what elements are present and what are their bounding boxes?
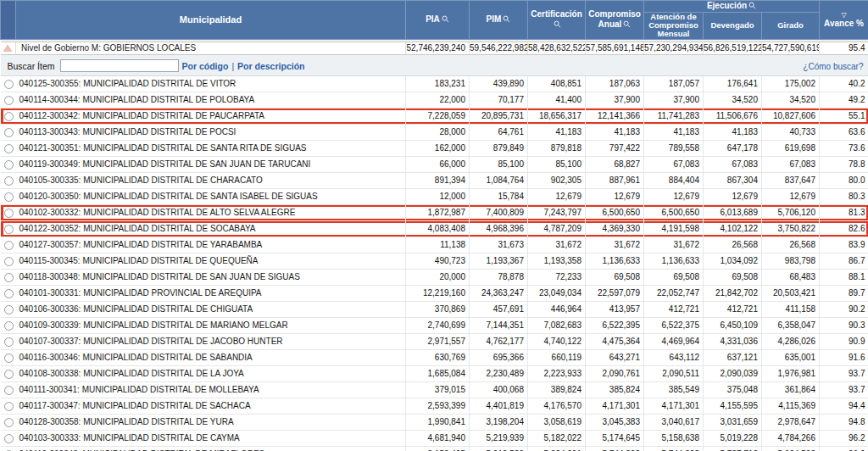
- municipality-label: 040116-300346: MUNICIPALIDAD DISTRITAL D…: [16, 349, 406, 365]
- atencion-compromiso-mensual-value: 69,508: [644, 269, 704, 285]
- certificacion-value: 31,672: [528, 237, 586, 253]
- devengado-value: 1,034,092: [704, 253, 762, 269]
- compromiso-anual-value: 887,961: [586, 172, 644, 188]
- row-radio-button[interactable]: [4, 273, 14, 282]
- row-radio-button[interactable]: [4, 354, 14, 363]
- municipality-label: 040110-300340: MUNICIPALIDAD DISTRITAL D…: [16, 446, 406, 451]
- row-radio-button[interactable]: [4, 128, 14, 137]
- avance-value: 73.6: [820, 140, 868, 156]
- atencion-compromiso-mensual-value: 187,057: [644, 75, 704, 92]
- column-header-pia[interactable]: PIA: [406, 1, 470, 40]
- search-input[interactable]: [60, 59, 179, 72]
- certificacion-value: 5,824,991: [528, 446, 586, 451]
- row-radio-button[interactable]: [4, 386, 14, 395]
- avance-value: 90.9: [820, 333, 868, 349]
- row-radio-button[interactable]: [4, 144, 14, 153]
- row-radio-button[interactable]: [4, 112, 14, 121]
- row-radio-button[interactable]: [4, 337, 14, 347]
- search-by-code-link[interactable]: Por código: [182, 61, 229, 71]
- table-row: 040118-300348: MUNICIPALIDAD DISTRITAL D…: [1, 269, 868, 285]
- pim-value: 85,100: [470, 156, 528, 172]
- pim-value: 24,363,247: [470, 285, 528, 301]
- column-header-pim[interactable]: PIM: [470, 1, 528, 40]
- table-row: 040107-300337: MUNICIPALIDAD DISTRITAL D…: [1, 333, 868, 349]
- row-radio-button[interactable]: [4, 176, 14, 186]
- triangle-up-icon[interactable]: [1, 42, 16, 54]
- pia-value: 2,971,557: [406, 333, 470, 349]
- search-icon[interactable]: [503, 15, 510, 25]
- girado-value: 34,520: [762, 92, 820, 108]
- avance-value: 83.9: [820, 237, 868, 253]
- avance-value: 91.6: [820, 349, 868, 365]
- column-header-atencion-compromiso-mensual: Atención de Compromiso Mensual: [644, 12, 704, 39]
- devengado-value: 637,121: [704, 349, 762, 365]
- search-by-description-link[interactable]: Por descripción: [237, 61, 304, 71]
- column-header-municipalidad: Municipalidad: [16, 1, 406, 40]
- girado-value: 10,827,606: [762, 108, 820, 124]
- avance-value: 90.3: [820, 317, 868, 333]
- search-icon[interactable]: [442, 15, 449, 25]
- pim-value: 64,761: [470, 124, 528, 140]
- radio-cell: [1, 156, 16, 172]
- radio-cell: [1, 140, 16, 156]
- certificacion-value: 7,243,797: [528, 204, 586, 220]
- table-row: 040109-300339: MUNICIPALIDAD DISTRITAL D…: [1, 317, 868, 333]
- municipality-label: 040103-300333: MUNICIPALIDAD DISTRITAL D…: [16, 430, 406, 446]
- row-radio-button[interactable]: [4, 305, 14, 315]
- search-icon[interactable]: [554, 20, 561, 31]
- girado-value: 411,158: [762, 301, 820, 317]
- atencion-compromiso-mensual-value: 67,083: [644, 156, 704, 172]
- atencion-compromiso-mensual-value: 6,522,375: [644, 317, 704, 333]
- column-header-girado: Girado: [762, 12, 820, 39]
- atencion-compromiso-mensual-value: 5,158,638: [644, 430, 704, 446]
- atencion-compromiso-mensual-value: 5,744,822: [644, 446, 704, 451]
- pim-value: 879,849: [470, 140, 528, 156]
- search-icon[interactable]: [748, 2, 756, 12]
- avance-value: 55.1: [820, 108, 868, 124]
- certificacion-value: 2,223,933: [528, 365, 586, 381]
- table-row: 040116-300346: MUNICIPALIDAD DISTRITAL D…: [1, 349, 868, 365]
- row-radio-button[interactable]: [4, 321, 14, 331]
- row-radio-button[interactable]: [4, 96, 14, 105]
- row-radio-button[interactable]: [4, 209, 14, 218]
- pim-value: 457,691: [470, 301, 528, 317]
- certificacion-value: 3,058,619: [528, 414, 586, 430]
- radio-cell: [1, 253, 16, 269]
- avance-value: 89.7: [820, 285, 868, 301]
- row-radio-button[interactable]: [4, 289, 14, 298]
- radio-cell: [1, 75, 16, 92]
- row-radio-button[interactable]: [4, 402, 14, 411]
- pim-value: 4,762,177: [470, 333, 528, 349]
- row-radio-button[interactable]: [4, 225, 14, 234]
- radio-cell: [1, 124, 16, 140]
- municipality-label: 040127-300357: MUNICIPALIDAD DISTRITAL D…: [16, 237, 406, 253]
- row-radio-button[interactable]: [4, 241, 14, 250]
- municipality-label: 040112-300342: MUNICIPALIDAD DISTRITAL D…: [16, 108, 406, 124]
- row-radio-button[interactable]: [4, 160, 14, 170]
- compromiso-anual-value: 12,679: [586, 188, 644, 204]
- row-radio-button[interactable]: [4, 418, 14, 427]
- column-header-ejecucion[interactable]: Ejecución: [644, 1, 820, 13]
- column-header-avance[interactable]: ▽ Avance %: [820, 1, 868, 40]
- devengado-value: 4,155,595: [704, 398, 762, 414]
- municipality-label: 040125-300355: MUNICIPALIDAD DISTRITAL D…: [16, 75, 406, 92]
- pia-value: 183,231: [406, 75, 470, 92]
- row-radio-button[interactable]: [4, 80, 14, 89]
- devengado-value: 2,090,039: [704, 365, 762, 381]
- municipality-label: 040108-300338: MUNICIPALIDAD DISTRITAL D…: [16, 365, 406, 381]
- filter-icon[interactable]: ▽: [820, 12, 868, 19]
- column-header-certificacion[interactable]: Certificación: [528, 1, 586, 40]
- table-row: 040121-300351: MUNICIPALIDAD DISTRITAL D…: [1, 140, 868, 156]
- row-radio-button[interactable]: [4, 370, 14, 379]
- search-icon[interactable]: [623, 20, 631, 31]
- radio-cell: [1, 349, 16, 365]
- row-radio-button[interactable]: [4, 257, 14, 266]
- devengado-value: 11,506,676: [704, 108, 762, 124]
- pia-value: 1,685,084: [406, 365, 470, 381]
- pim-value: 78,878: [470, 269, 528, 285]
- how-to-search-link[interactable]: ¿Cómo buscar?: [803, 62, 863, 71]
- row-radio-button[interactable]: [4, 192, 14, 202]
- table-row: 040108-300338: MUNICIPALIDAD DISTRITAL D…: [1, 365, 868, 381]
- column-header-compromiso-anual[interactable]: Compromiso Anual: [586, 1, 644, 40]
- row-radio-button[interactable]: [4, 434, 14, 443]
